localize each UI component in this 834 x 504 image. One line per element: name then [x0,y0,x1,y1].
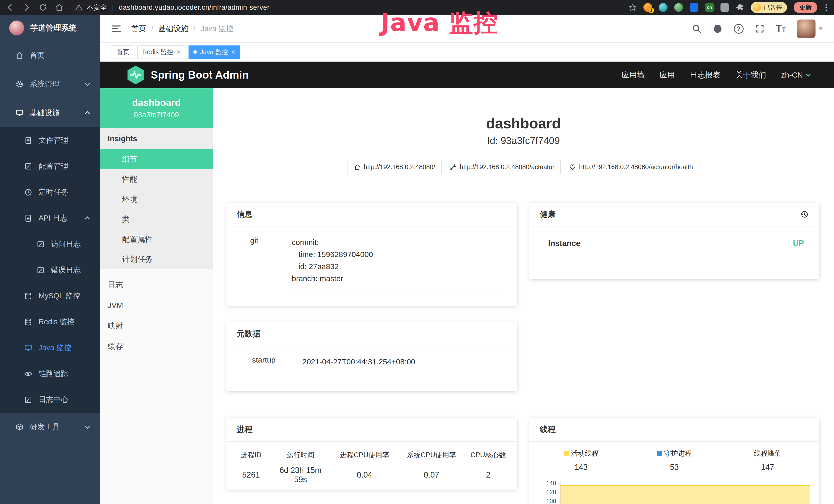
caret-down-icon [818,27,823,30]
hamburger-icon[interactable] [111,24,122,34]
sidebar-item-label: 日志中心 [39,395,89,405]
sidebar-item-mysql-monitor[interactable]: MySQL 监控 [0,283,100,309]
history-icon[interactable] [800,210,809,219]
extension-icon[interactable]: on [705,3,714,12]
sidebar-item-java-monitor[interactable]: Java 监控 [0,335,100,361]
sba-instance-header[interactable]: dashboard 93a3fc7f7409 [100,88,213,128]
sba-brand[interactable]: Spring Boot Admin [127,66,249,84]
sba-item-metrics[interactable]: 性能 [100,169,213,189]
startup-timestamp: 2021-04-27T00:44:31.254+08:00 [302,358,415,366]
sidebar-item-label: 首页 [30,50,89,61]
sidebar-item-api-log[interactable]: API 日志 [0,205,100,231]
browser-reload-icon[interactable] [39,3,47,12]
sba-item-beans[interactable]: 类 [100,209,213,229]
sidebar-item-label: 文件管理 [39,135,89,145]
sidebar-item-file-manage[interactable]: 文件管理 [0,127,100,153]
close-icon[interactable]: × [231,48,235,56]
github-icon[interactable] [713,24,723,33]
database-icon [24,318,32,326]
sidebar-item-infra[interactable]: 基础设施 [0,98,100,127]
browser-update-button[interactable]: 更新 [794,2,817,13]
info-key: git [250,236,292,290]
link-chip-health[interactable]: http://192.168.0.2:48080/actuator/health [563,160,699,174]
java-monitor-icon [24,344,32,352]
breadcrumb-item[interactable]: 基础设施 [158,24,188,34]
process-table: 进程ID 运行时间 进程CPU使用率 系统CPU使用率 CPU核心数 [226,448,517,488]
browser-forward-icon[interactable] [22,3,31,12]
extension-on-label: on [707,5,712,10]
profile-paused-badge[interactable]: 已暂停 [751,2,787,13]
bookmark-star-icon[interactable] [629,3,637,12]
sba-item-details[interactable]: 细节 [100,149,213,169]
extension-icon[interactable] [721,3,729,12]
sba-nav-about[interactable]: 关于我们 [736,70,766,81]
profile-avatar [752,3,761,12]
url-text[interactable]: dashboard.yudao.iocoder.cn/infra/admin-s… [119,4,270,12]
link-chip-home[interactable]: http://192.168.0.2:48080/ [348,160,441,174]
row-divider [292,290,503,290]
sidebar-item-dev-tools[interactable]: 研发工具 [0,413,100,441]
extensions-puzzle-icon[interactable] [736,3,744,12]
sba-item-jvm[interactable]: JVM [100,295,213,316]
sidebar-item-log-center[interactable]: 日志中心 [0,387,100,413]
search-icon[interactable] [692,24,701,33]
sba-root-items: 日志 JVM 映射 缓存 [100,269,213,357]
daemon-threads-value: 53 [628,463,721,472]
edit-icon [24,396,32,404]
process-header-row: 进程ID 运行时间 进程CPU使用率 系统CPU使用率 CPU核心数 [226,448,517,462]
sba-header: Spring Boot Admin 应用墙 应用 日志报表 关于我们 zh-CN [100,62,834,88]
sba-locale-select[interactable]: zh-CN [781,71,810,79]
app-logo-image [9,21,24,36]
page-title: dashboard [213,115,834,132]
tab-redis-monitor[interactable]: Redis 监控 × [137,45,185,59]
extension-icon[interactable] [674,3,683,12]
extension-icon[interactable]: 1 [643,3,652,12]
sidebar-item-home[interactable]: 首页 [0,41,100,70]
link-url: http://192.168.0.2:48080/actuator [460,163,554,171]
page-subtitle-id: Id: 93a3fc7f7409 [213,135,834,146]
document-icon [24,136,32,144]
browser-menu-icon[interactable] [824,4,828,11]
monitor-icon [16,109,24,117]
help-icon[interactable]: ? [734,24,744,33]
sba-item-caches[interactable]: 缓存 [100,336,213,357]
extension-icon[interactable] [659,3,667,12]
sba-item-logs[interactable]: 日志 [100,274,213,295]
app-logo[interactable]: 芋道管理系统 [0,15,100,41]
user-menu[interactable] [797,20,823,38]
sidebar-item-redis-monitor[interactable]: Redis 监控 [0,309,100,335]
address-bar[interactable]: 不安全 | dashboard.yudao.iocoder.cn/infra/a… [75,3,270,12]
sba-item-scheduledtasks[interactable]: 计划任务 [100,249,213,269]
sidebar-item-system[interactable]: 系统管理 [0,70,100,98]
tab-label: 首页 [117,48,129,56]
sidebar-item-error-log[interactable]: 错误日志 [0,257,100,283]
tab-java-monitor[interactable]: Java 监控 × [189,45,240,59]
sba-item-environment[interactable]: 环境 [100,189,213,209]
browser-back-icon[interactable] [6,3,14,12]
log-icon [24,214,32,222]
sba-nav-journal[interactable]: 日志报表 [690,70,721,81]
clock-icon [24,188,32,197]
breadcrumb-item[interactable]: 首页 [131,24,146,34]
extension-icon[interactable] [690,3,698,12]
card-title: 元数据 [226,322,517,346]
legend-daemon-threads: 守护进程 [628,449,721,458]
git-commit-id: id: 27aa832 [292,262,339,271]
sba-item-mappings[interactable]: 映射 [100,316,213,336]
font-size-icon[interactable]: TT [776,24,786,33]
sidebar-item-access-log[interactable]: 访问日志 [0,231,100,257]
close-icon[interactable]: × [176,48,180,56]
tab-label: Java 监控 [200,48,228,56]
sba-nav-wallboard[interactable]: 应用墙 [621,70,644,81]
fullscreen-icon[interactable] [755,24,765,33]
sba-item-configprops[interactable]: 配置属性 [100,229,213,249]
sidebar-item-label: 配置管理 [39,161,89,171]
sidebar-item-config-manage[interactable]: 配置管理 [0,153,100,179]
tab-home[interactable]: 首页 [112,45,134,59]
sba-nav-applications[interactable]: 应用 [659,70,675,81]
sidebar-item-link-trace[interactable]: 链路追踪 [0,361,100,387]
link-chip-actuator[interactable]: http://192.168.0.2:48080/actuator [444,160,561,174]
sidebar-item-scheduled-job[interactable]: 定时任务 [0,179,100,205]
browser-home-icon[interactable] [55,3,64,12]
security-warning-icon[interactable] [75,4,83,11]
